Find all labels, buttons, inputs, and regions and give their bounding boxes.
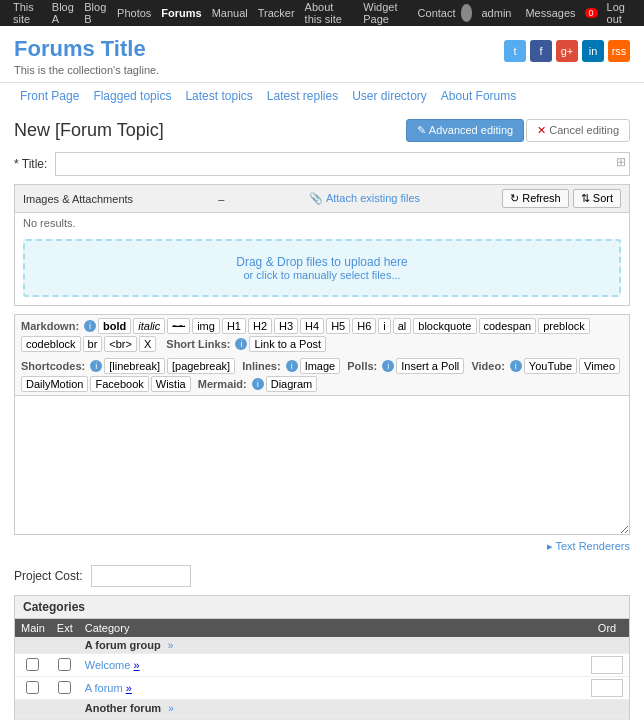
logout-link[interactable]: Log out [602, 1, 636, 25]
cat-ord-cell [585, 654, 629, 677]
facebook-icon[interactable]: f [530, 40, 552, 62]
subnav-user-directory[interactable]: User directory [346, 87, 433, 105]
linebreak-button[interactable]: [linebreak] [104, 358, 165, 374]
blockquote-button[interactable]: blockquote [413, 318, 476, 334]
codeblock-button[interactable]: codeblock [21, 336, 81, 352]
bold-button[interactable]: bold [98, 318, 131, 334]
i-button[interactable]: i [378, 318, 390, 334]
user-avatar [461, 4, 473, 22]
nav-contact[interactable]: Contact [413, 7, 461, 19]
h6-button[interactable]: H6 [352, 318, 376, 334]
wistia-button[interactable]: Wistia [151, 376, 191, 392]
group-ord-cell [585, 637, 629, 654]
title-label: * Title: [14, 157, 49, 171]
nav-forums[interactable]: Forums [156, 7, 206, 19]
categories-box: Categories Main Ext Category Ord A forum… [14, 595, 630, 720]
x-button[interactable]: X [139, 336, 156, 352]
dropzone[interactable]: Drag & Drop files to upload here or clic… [23, 239, 621, 297]
image-button[interactable]: Image [300, 358, 341, 374]
link-to-post-button[interactable]: Link to a Post [249, 336, 326, 352]
youtube-button[interactable]: YouTube [524, 358, 577, 374]
nav-about[interactable]: About this site [300, 1, 359, 25]
subnav-latest-replies[interactable]: Latest replies [261, 87, 344, 105]
shortcodes-info-icon[interactable]: i [90, 360, 102, 372]
b-tag-button[interactable]: <br> [104, 336, 137, 352]
group-edit-link[interactable]: » [168, 703, 174, 714]
h4-button[interactable]: H4 [300, 318, 324, 334]
h3-button[interactable]: H3 [274, 318, 298, 334]
h2-button[interactable]: H2 [248, 318, 272, 334]
markdown-info-icon[interactable]: i [84, 320, 96, 332]
ext-checkbox[interactable] [58, 658, 71, 671]
table-row: A forum » [15, 677, 629, 700]
br-button[interactable]: br [83, 336, 103, 352]
facebook-button[interactable]: Facebook [90, 376, 148, 392]
googleplus-icon[interactable]: g+ [556, 40, 578, 62]
polls-info-icon[interactable]: i [382, 360, 394, 372]
main-checkbox[interactable] [26, 658, 39, 671]
table-header-row: Main Ext Category Ord [15, 619, 629, 637]
site-title: Forums Title [14, 36, 159, 62]
advanced-editing-button[interactable]: ✎ Advanced editing [406, 119, 524, 142]
page-title: New [Forum Topic] [14, 120, 164, 141]
mermaid-info-icon[interactable]: i [252, 378, 264, 390]
h1-button[interactable]: H1 [222, 318, 246, 334]
inlines-info-icon[interactable]: i [286, 360, 298, 372]
codespan-button[interactable]: codespan [479, 318, 537, 334]
attachments-title: Images & Attachments [23, 193, 133, 205]
nav-manual[interactable]: Manual [207, 7, 253, 19]
strikethrough-button[interactable]: ~~ [167, 318, 190, 334]
cat-name-cell: Welcome » [79, 654, 585, 677]
project-cost-input[interactable] [91, 565, 191, 587]
dailymotion-button[interactable]: DailyMotion [21, 376, 88, 392]
nav-widget-page[interactable]: Widget Page [358, 1, 412, 25]
nav-photos[interactable]: Photos [112, 7, 156, 19]
editor-textarea[interactable] [14, 395, 630, 535]
group-edit-link[interactable]: » [168, 640, 174, 651]
subnav-flagged-topics[interactable]: Flagged topics [87, 87, 177, 105]
twitter-icon[interactable]: t [504, 40, 526, 62]
nav-this-site[interactable]: This site [8, 1, 47, 25]
cat-edit-link[interactable]: » [126, 682, 132, 694]
text-renderers-button[interactable]: ▸ Text Renderers [547, 540, 630, 553]
nav-blog-b[interactable]: Blog B [79, 1, 112, 25]
preblock-button[interactable]: preblock [538, 318, 590, 334]
at-button[interactable]: al [393, 318, 412, 334]
site-header-left: Forums Title This is the collection's ta… [14, 36, 159, 76]
main-checkbox[interactable] [26, 681, 39, 694]
group-name-cell: A forum group » [79, 637, 585, 654]
attach-existing-link[interactable]: 📎 Attach existing files [309, 192, 420, 205]
ord-input[interactable] [591, 656, 623, 674]
video-info-icon[interactable]: i [510, 360, 522, 372]
italic-button[interactable]: italic [133, 318, 165, 334]
title-input[interactable] [55, 152, 630, 176]
subnav-latest-topics[interactable]: Latest topics [179, 87, 258, 105]
subnav-about-forums[interactable]: About Forums [435, 87, 522, 105]
subnav-front-page[interactable]: Front Page [14, 87, 85, 105]
polls-label: Polls: [347, 360, 377, 372]
pagebreak-button[interactable]: [pagebreak] [167, 358, 235, 374]
shortlinks-info-icon[interactable]: i [235, 338, 247, 350]
cat-name-link[interactable]: A forum [85, 682, 123, 694]
cat-edit-link[interactable]: » [133, 659, 139, 671]
insert-poll-button[interactable]: Insert a Poll [396, 358, 464, 374]
cancel-editing-button[interactable]: ✕ Cancel editing [526, 119, 630, 142]
messages-link[interactable]: Messages [520, 7, 580, 19]
nav-blog-a[interactable]: Blog A [47, 1, 79, 25]
h5-button[interactable]: H5 [326, 318, 350, 334]
diagram-button[interactable]: Diagram [266, 376, 318, 392]
rss-icon[interactable]: rss [608, 40, 630, 62]
vimeo-button[interactable]: Vimeo [579, 358, 620, 374]
cat-name-link[interactable]: Welcome [85, 659, 131, 671]
user-name[interactable]: admin [476, 7, 516, 19]
table-row: Welcome » [15, 654, 629, 677]
ord-input[interactable] [591, 679, 623, 697]
img-button[interactable]: img [192, 318, 220, 334]
th-ord: Ord [585, 619, 629, 637]
linkedin-icon[interactable]: in [582, 40, 604, 62]
ext-checkbox[interactable] [58, 681, 71, 694]
refresh-button[interactable]: ↻ Refresh [502, 189, 569, 208]
nav-tracker[interactable]: Tracker [253, 7, 300, 19]
sort-button[interactable]: ⇅ Sort [573, 189, 621, 208]
attachment-action-buttons: ↻ Refresh ⇅ Sort [502, 189, 621, 208]
